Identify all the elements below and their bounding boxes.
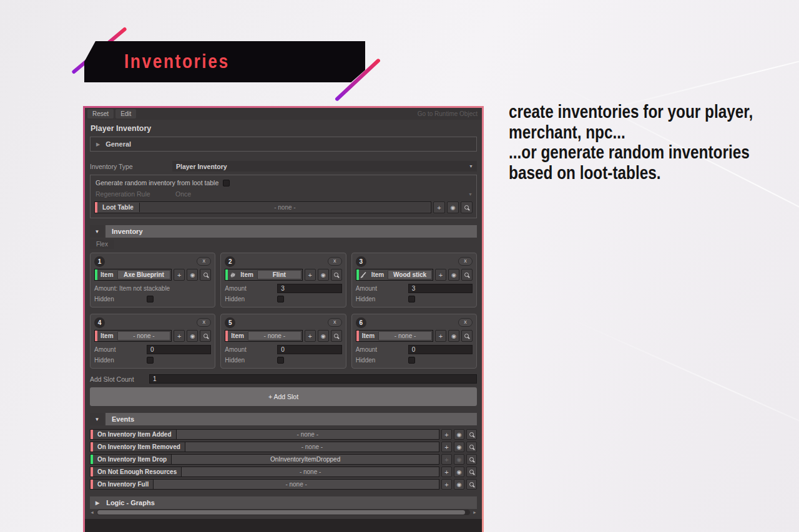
event-value[interactable]: OnInventoryItemDropped	[171, 455, 439, 464]
item-field[interactable]: Item - none -	[225, 330, 302, 342]
event-field[interactable]: On Inventory Full - none -	[90, 479, 439, 490]
reset-button[interactable]: Reset	[87, 109, 114, 118]
item-field[interactable]: Item - none -	[356, 330, 433, 342]
search-button[interactable]	[461, 201, 473, 213]
inventory-type-select[interactable]: Player Inventory ▼	[172, 161, 477, 172]
search-button[interactable]	[331, 269, 342, 281]
section-logic-label: Logic - Graphs	[106, 499, 155, 506]
flex-tab[interactable]: Flex	[90, 239, 114, 249]
section-events-header[interactable]: Events	[105, 413, 477, 425]
hidden-checkbox[interactable]	[147, 357, 154, 364]
search-button[interactable]	[466, 442, 477, 452]
item-field[interactable]: Item Wood stick	[356, 269, 433, 281]
add-button[interactable]: +	[435, 269, 446, 281]
search-button[interactable]	[200, 269, 211, 281]
event-value[interactable]: - none -	[181, 467, 439, 476]
scroll-right-icon[interactable]: ►	[473, 510, 477, 515]
search-button[interactable]	[331, 330, 342, 342]
eye-button[interactable]: ◉	[454, 454, 464, 465]
eye-button[interactable]: ◉	[454, 467, 464, 477]
add-button[interactable]: +	[441, 467, 452, 477]
eye-button[interactable]: ◉	[454, 442, 464, 452]
eye-button[interactable]: ◉	[448, 269, 459, 281]
eye-button[interactable]: ◉	[454, 429, 464, 440]
add-button[interactable]: +	[435, 330, 446, 342]
section-general[interactable]: ▶ General	[90, 137, 477, 152]
add-button[interactable]: +	[441, 479, 452, 490]
hidden-checkbox[interactable]	[277, 357, 284, 364]
scrollbar-track[interactable]	[97, 510, 470, 515]
add-button[interactable]: +	[305, 330, 316, 342]
amount-input[interactable]: 3	[408, 284, 473, 293]
item-field-label: Item	[359, 331, 378, 341]
section-logic-graphs[interactable]: ▶ Logic - Graphs	[90, 496, 477, 509]
search-button[interactable]	[466, 429, 477, 440]
add-button[interactable]: +	[441, 442, 452, 452]
eye-button[interactable]: ◉	[454, 479, 464, 490]
item-value[interactable]: Flint	[257, 270, 301, 279]
eye-button[interactable]: ◉	[187, 330, 198, 342]
eye-button[interactable]: ◉	[318, 269, 329, 281]
eye-button[interactable]: ◉	[187, 269, 198, 281]
event-value[interactable]: - none -	[176, 430, 439, 439]
item-value[interactable]: - none -	[248, 331, 301, 341]
amount-input[interactable]: 0	[277, 345, 341, 354]
item-value[interactable]: Axe Blueprint	[117, 270, 171, 279]
item-field[interactable]: Item Flint	[225, 269, 302, 281]
add-slot-count-input[interactable]: 1	[149, 374, 477, 384]
scroll-left-icon[interactable]: ◄	[90, 510, 94, 515]
add-slot-button[interactable]: + Add Slot	[90, 387, 477, 406]
section-inventory-header[interactable]: Inventory	[105, 225, 477, 238]
event-value[interactable]: - none -	[185, 442, 439, 452]
amount-input[interactable]: 0	[147, 345, 211, 354]
item-field[interactable]: Item - none -	[94, 330, 172, 342]
amount-input[interactable]: 3	[277, 284, 341, 293]
eye-button[interactable]: ◉	[448, 330, 459, 342]
add-button[interactable]: +	[433, 201, 445, 213]
remove-slot-button[interactable]: x	[328, 257, 342, 266]
item-value[interactable]: Wood stick	[388, 270, 432, 279]
loot-table-value[interactable]: - none -	[139, 203, 430, 212]
event-field[interactable]: On Inventory Item Drop OnInventoryItemDr…	[90, 454, 439, 465]
eye-button[interactable]: ◉	[447, 201, 459, 213]
add-button[interactable]: +	[305, 269, 316, 281]
item-field[interactable]: Item Axe Blueprint	[94, 269, 172, 281]
hidden-checkbox[interactable]	[277, 296, 284, 302]
events-foldout-toggle[interactable]: ▼	[90, 413, 104, 425]
search-button[interactable]	[466, 479, 477, 490]
edit-button[interactable]: Edit	[115, 109, 136, 118]
search-button[interactable]	[461, 330, 473, 342]
search-button[interactable]	[461, 269, 473, 281]
add-button[interactable]: +	[441, 429, 452, 440]
remove-slot-button[interactable]: x	[197, 257, 211, 266]
item-value[interactable]: - none -	[117, 331, 171, 341]
inventory-foldout-toggle[interactable]: ▼	[90, 225, 104, 238]
amount-input[interactable]: 0	[408, 345, 473, 354]
generate-random-checkbox[interactable]	[223, 180, 230, 186]
event-label: On Inventory Item Added	[93, 430, 176, 439]
remove-slot-button[interactable]: x	[458, 257, 473, 266]
hidden-checkbox[interactable]	[408, 357, 415, 364]
add-button[interactable]: +	[441, 454, 452, 465]
event-field[interactable]: On Inventory Item Added - none -	[90, 429, 439, 440]
event-field[interactable]: On Inventory Item Removed - none -	[90, 442, 439, 452]
horizontal-scrollbar[interactable]: ◄ ►	[90, 510, 477, 515]
loot-table-field[interactable]: Loot Table - none -	[94, 201, 431, 213]
item-value[interactable]: - none -	[378, 331, 432, 341]
eye-button[interactable]: ◉	[318, 330, 329, 342]
search-button[interactable]	[200, 330, 211, 342]
hidden-checkbox[interactable]	[147, 296, 154, 302]
search-button[interactable]	[466, 467, 477, 477]
search-button[interactable]	[466, 454, 477, 465]
add-button[interactable]: +	[174, 269, 185, 281]
regeneration-rule-value[interactable]: Once	[175, 190, 468, 198]
scrollbar-thumb[interactable]	[97, 510, 465, 515]
add-button[interactable]: +	[174, 330, 185, 342]
go-to-runtime-button[interactable]: Go to Runtime Object	[418, 110, 479, 117]
remove-slot-button[interactable]: x	[197, 318, 211, 327]
hidden-checkbox[interactable]	[408, 296, 415, 302]
event-value[interactable]: - none -	[153, 480, 439, 489]
remove-slot-button[interactable]: x	[328, 318, 342, 327]
remove-slot-button[interactable]: x	[458, 318, 473, 327]
event-field[interactable]: On Not Enough Resources - none -	[90, 467, 439, 477]
